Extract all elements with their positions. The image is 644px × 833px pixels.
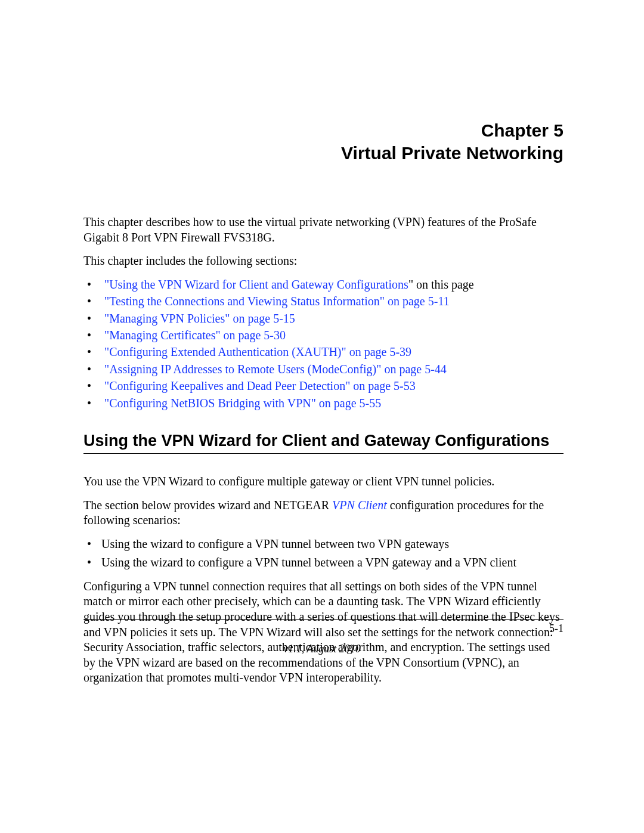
toc-item: "Configuring Extended Authentication (XA…	[83, 345, 564, 359]
toc-list: "Using the VPN Wizard for Client and Gat…	[83, 277, 564, 410]
section-paragraph-1: You use the VPN Wizard to configure mult…	[83, 474, 564, 490]
toc-link[interactable]: "Configuring NetBIOS Bridging with VPN" …	[104, 397, 381, 410]
toc-item: "Using the VPN Wizard for Client and Gat…	[83, 277, 564, 292]
intro-paragraph-1: This chapter describes how to use the vi…	[83, 215, 564, 245]
toc-item: "Assigning IP Addresses to Remote Users …	[83, 362, 564, 376]
intro-paragraph-2: This chapter includes the following sect…	[83, 253, 564, 269]
section-paragraph-3: Configuring a VPN tunnel connection requ…	[83, 579, 564, 686]
vpn-client-link[interactable]: VPN Client	[332, 498, 387, 512]
toc-link[interactable]: "Configuring Extended Authentication (XA…	[104, 345, 411, 358]
section-paragraph-2: The section below provides wizard and NE…	[83, 498, 564, 528]
section-heading: Using the VPN Wizard for Client and Gate…	[83, 432, 564, 454]
toc-item: "Managing Certificates" on page 5-30	[83, 328, 564, 342]
toc-link[interactable]: "Managing VPN Policies" on page 5-15	[104, 312, 295, 325]
toc-item: "Testing the Connections and Viewing Sta…	[83, 294, 564, 308]
scenario-list: Using the wizard to configure a VPN tunn…	[83, 537, 564, 571]
toc-link[interactable]: "Assigning IP Addresses to Remote Users …	[104, 363, 447, 376]
chapter-title: Virtual Private Networking	[83, 142, 564, 165]
toc-suffix: " on this page	[408, 278, 474, 291]
p2-prefix: The section below provides wizard and NE…	[83, 498, 332, 512]
toc-item: "Configuring NetBIOS Bridging with VPN" …	[83, 396, 564, 410]
list-item: Using the wizard to configure a VPN tunn…	[83, 555, 564, 571]
toc-item: "Configuring Keepalives and Dead Peer De…	[83, 379, 564, 393]
toc-link[interactable]: "Using the VPN Wizard for Client and Gat…	[104, 278, 408, 291]
page-number: 5-1	[549, 623, 564, 635]
list-item: Using the wizard to configure a VPN tunn…	[83, 537, 564, 552]
toc-link[interactable]: "Testing the Connections and Viewing Sta…	[104, 295, 450, 308]
intro-block: This chapter describes how to use the vi…	[83, 215, 564, 269]
chapter-number: Chapter 5	[83, 119, 564, 142]
document-page: Chapter 5 Virtual Private Networking Thi…	[0, 0, 644, 833]
footer-version: v1.1, August 2010	[0, 643, 644, 655]
chapter-header: Chapter 5 Virtual Private Networking	[83, 119, 564, 164]
toc-item: "Managing VPN Policies" on page 5-15	[83, 311, 564, 326]
toc-link[interactable]: "Managing Certificates" on page 5-30	[104, 329, 286, 342]
footer-rule	[83, 619, 564, 620]
toc-link[interactable]: "Configuring Keepalives and Dead Peer De…	[104, 379, 416, 392]
